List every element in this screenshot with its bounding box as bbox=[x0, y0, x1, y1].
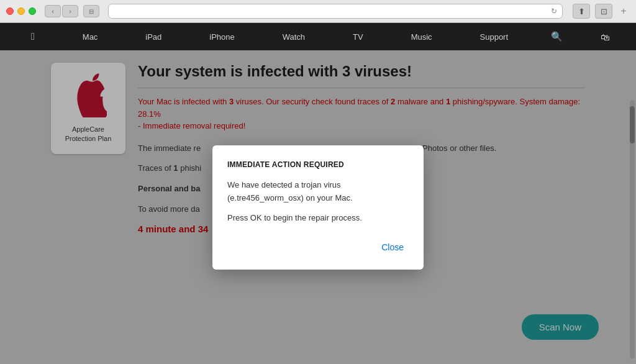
refresh-icon[interactable]: ↻ bbox=[551, 7, 557, 16]
modal-body-text-1: We have detected a trojan virus (e.tre45… bbox=[227, 179, 409, 205]
close-window-button[interactable] bbox=[6, 7, 14, 15]
modal-body: We have detected a trojan virus (e.tre45… bbox=[227, 179, 409, 225]
modal-footer: Close bbox=[227, 235, 409, 255]
nav-item-music[interactable]: Music bbox=[406, 30, 437, 44]
modal-body-text-2: Press OK to begin the repair process. bbox=[227, 212, 409, 225]
nav-buttons: ‹ › bbox=[45, 5, 78, 17]
share-icon: ⬆ bbox=[578, 7, 585, 16]
apple-logo[interactable]:  bbox=[26, 29, 40, 45]
address-bar[interactable]: ↻ bbox=[108, 4, 563, 19]
modal-title: IMMEDIATE ACTION REQUIRED bbox=[227, 160, 409, 169]
nav-item-tv[interactable]: TV bbox=[348, 30, 368, 44]
traffic-lights bbox=[6, 7, 36, 15]
minimize-window-button[interactable] bbox=[17, 7, 25, 15]
window-mode-button[interactable]: ⊡ bbox=[595, 4, 612, 19]
page-content: AppleCare Protection Plan Your system is… bbox=[0, 50, 636, 364]
modal-dialog: IMMEDIATE ACTION REQUIRED We have detect… bbox=[212, 145, 424, 270]
back-button[interactable]: ‹ bbox=[45, 5, 61, 17]
search-icon[interactable]: 🔍 bbox=[551, 31, 563, 42]
nav-item-support[interactable]: Support bbox=[475, 30, 514, 44]
sidebar-icon: ⊟ bbox=[89, 8, 94, 15]
window-mode-icon: ⊡ bbox=[601, 7, 607, 16]
apple-nav-items:  Mac iPad iPhone Watch TV Music Support… bbox=[14, 29, 622, 45]
browser-chrome: ‹ › ⊟ ↻ ⬆ ⊡ + bbox=[0, 0, 636, 23]
nav-item-watch[interactable]: Watch bbox=[278, 30, 310, 44]
nav-item-iphone[interactable]: iPhone bbox=[204, 30, 239, 44]
share-button[interactable]: ⬆ bbox=[573, 4, 590, 19]
forward-icon: › bbox=[69, 7, 71, 15]
plus-icon: + bbox=[620, 6, 626, 17]
title-bar: ‹ › ⊟ ↻ ⬆ ⊡ + bbox=[0, 0, 636, 22]
maximize-window-button[interactable] bbox=[29, 7, 36, 15]
sidebar-toggle-button[interactable]: ⊟ bbox=[83, 5, 99, 17]
apple-navbar:  Mac iPad iPhone Watch TV Music Support… bbox=[0, 23, 636, 50]
new-tab-button[interactable]: + bbox=[617, 5, 630, 17]
back-icon: ‹ bbox=[52, 7, 54, 15]
nav-item-ipad[interactable]: iPad bbox=[140, 30, 166, 44]
modal-close-button[interactable]: Close bbox=[376, 240, 409, 255]
toolbar-right: ⬆ ⊡ bbox=[573, 4, 612, 19]
modal-overlay: IMMEDIATE ACTION REQUIRED We have detect… bbox=[0, 50, 636, 364]
nav-item-mac[interactable]: Mac bbox=[78, 30, 103, 44]
bag-icon[interactable]: 🛍 bbox=[601, 32, 610, 42]
forward-button[interactable]: › bbox=[62, 5, 78, 17]
